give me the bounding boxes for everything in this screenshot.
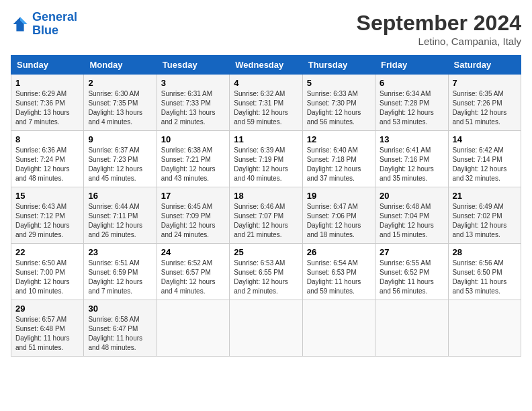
day-info: Sunrise: 6:44 AM Sunset: 7:11 PM Dayligh… — [88, 202, 152, 240]
day-info: Sunrise: 6:47 AM Sunset: 7:06 PM Dayligh… — [307, 202, 371, 240]
calendar-cell: 4Sunrise: 6:32 AM Sunset: 7:31 PM Daylig… — [230, 75, 302, 131]
day-info: Sunrise: 6:36 AM Sunset: 7:24 PM Dayligh… — [15, 146, 79, 183]
day-number: 10 — [161, 134, 225, 144]
day-info: Sunrise: 6:38 AM Sunset: 7:21 PM Dayligh… — [161, 146, 225, 183]
calendar-cell: 13Sunrise: 6:41 AM Sunset: 7:16 PM Dayli… — [375, 131, 448, 187]
day-number: 9 — [88, 134, 152, 144]
day-number: 17 — [161, 191, 225, 201]
calendar-week-row: 1Sunrise: 6:29 AM Sunset: 7:36 PM Daylig… — [11, 75, 521, 131]
calendar-cell: 24Sunrise: 6:52 AM Sunset: 6:57 PM Dayli… — [157, 244, 229, 300]
day-number: 29 — [15, 304, 79, 314]
day-number: 4 — [234, 78, 298, 88]
day-number: 15 — [15, 191, 79, 201]
day-info: Sunrise: 6:54 AM Sunset: 6:53 PM Dayligh… — [307, 259, 371, 296]
calendar-table: SundayMondayTuesdayWednesdayThursdayFrid… — [11, 55, 521, 357]
day-number: 2 — [88, 78, 152, 88]
weekday-header: Friday — [375, 56, 448, 75]
day-info: Sunrise: 6:40 AM Sunset: 7:18 PM Dayligh… — [307, 146, 371, 183]
logo: General Blue — [11, 11, 77, 38]
day-number: 19 — [307, 191, 371, 201]
calendar-cell: 28Sunrise: 6:56 AM Sunset: 6:50 PM Dayli… — [448, 244, 521, 300]
day-info: Sunrise: 6:45 AM Sunset: 7:09 PM Dayligh… — [161, 202, 225, 240]
day-number: 23 — [88, 247, 152, 257]
weekday-header: Saturday — [448, 56, 521, 75]
calendar-cell: 16Sunrise: 6:44 AM Sunset: 7:11 PM Dayli… — [84, 187, 157, 244]
day-info: Sunrise: 6:37 AM Sunset: 7:23 PM Dayligh… — [88, 146, 152, 183]
day-number: 22 — [15, 247, 79, 257]
logo-icon — [11, 15, 30, 34]
day-info: Sunrise: 6:32 AM Sunset: 7:31 PM Dayligh… — [234, 89, 298, 127]
calendar-week-row: 29Sunrise: 6:57 AM Sunset: 6:48 PM Dayli… — [11, 300, 521, 357]
calendar-cell: 14Sunrise: 6:42 AM Sunset: 7:14 PM Dayli… — [448, 131, 521, 187]
calendar-cell — [230, 300, 302, 357]
day-number: 27 — [380, 247, 443, 257]
calendar-cell: 3Sunrise: 6:31 AM Sunset: 7:33 PM Daylig… — [157, 75, 229, 131]
day-info: Sunrise: 6:31 AM Sunset: 7:33 PM Dayligh… — [161, 89, 225, 127]
weekday-header: Tuesday — [157, 56, 229, 75]
day-number: 24 — [161, 247, 225, 257]
day-info: Sunrise: 6:51 AM Sunset: 6:59 PM Dayligh… — [88, 259, 152, 296]
calendar-cell: 26Sunrise: 6:54 AM Sunset: 6:53 PM Dayli… — [302, 244, 375, 300]
day-number: 30 — [88, 304, 152, 314]
calendar-week-row: 8Sunrise: 6:36 AM Sunset: 7:24 PM Daylig… — [11, 131, 521, 187]
day-info: Sunrise: 6:50 AM Sunset: 7:00 PM Dayligh… — [15, 259, 79, 296]
day-info: Sunrise: 6:46 AM Sunset: 7:07 PM Dayligh… — [234, 202, 298, 240]
day-number: 25 — [234, 247, 298, 257]
day-info: Sunrise: 6:41 AM Sunset: 7:16 PM Dayligh… — [380, 146, 443, 183]
day-number: 13 — [380, 134, 443, 144]
calendar-cell: 5Sunrise: 6:33 AM Sunset: 7:30 PM Daylig… — [302, 75, 375, 131]
calendar-cell: 15Sunrise: 6:43 AM Sunset: 7:12 PM Dayli… — [11, 187, 84, 244]
day-number: 1 — [15, 78, 79, 88]
calendar-cell: 11Sunrise: 6:39 AM Sunset: 7:19 PM Dayli… — [230, 131, 302, 187]
day-number: 20 — [380, 191, 443, 201]
day-number: 8 — [15, 134, 79, 144]
day-info: Sunrise: 6:55 AM Sunset: 6:52 PM Dayligh… — [380, 259, 443, 296]
day-number: 21 — [453, 191, 517, 201]
calendar-cell: 12Sunrise: 6:40 AM Sunset: 7:18 PM Dayli… — [302, 131, 375, 187]
calendar-cell — [302, 300, 375, 357]
day-number: 6 — [380, 78, 443, 88]
calendar-cell: 18Sunrise: 6:46 AM Sunset: 7:07 PM Dayli… — [230, 187, 302, 244]
calendar-cell — [375, 300, 448, 357]
calendar-cell: 9Sunrise: 6:37 AM Sunset: 7:23 PM Daylig… — [84, 131, 157, 187]
day-info: Sunrise: 6:39 AM Sunset: 7:19 PM Dayligh… — [234, 146, 298, 183]
day-number: 3 — [161, 78, 225, 88]
day-info: Sunrise: 6:56 AM Sunset: 6:50 PM Dayligh… — [453, 259, 517, 296]
calendar-cell: 17Sunrise: 6:45 AM Sunset: 7:09 PM Dayli… — [157, 187, 229, 244]
day-info: Sunrise: 6:30 AM Sunset: 7:35 PM Dayligh… — [88, 89, 152, 127]
title-block: September 2024 Letino, Campania, Italy — [357, 11, 521, 47]
calendar-cell: 23Sunrise: 6:51 AM Sunset: 6:59 PM Dayli… — [84, 244, 157, 300]
calendar-cell — [157, 300, 229, 357]
weekday-header: Sunday — [11, 56, 84, 75]
month-title: September 2024 — [357, 11, 521, 36]
calendar-cell: 27Sunrise: 6:55 AM Sunset: 6:52 PM Dayli… — [375, 244, 448, 300]
calendar-cell: 19Sunrise: 6:47 AM Sunset: 7:06 PM Dayli… — [302, 187, 375, 244]
page-header: General Blue September 2024 Letino, Camp… — [11, 11, 521, 47]
weekday-header: Wednesday — [230, 56, 302, 75]
weekday-header: Thursday — [302, 56, 375, 75]
day-info: Sunrise: 6:49 AM Sunset: 7:02 PM Dayligh… — [453, 202, 517, 240]
day-info: Sunrise: 6:58 AM Sunset: 6:47 PM Dayligh… — [88, 315, 152, 353]
day-number: 18 — [234, 191, 298, 201]
calendar-cell: 1Sunrise: 6:29 AM Sunset: 7:36 PM Daylig… — [11, 75, 84, 131]
logo-line1: General — [32, 10, 77, 24]
day-info: Sunrise: 6:33 AM Sunset: 7:30 PM Dayligh… — [307, 89, 371, 127]
day-number: 12 — [307, 134, 371, 144]
calendar-week-row: 15Sunrise: 6:43 AM Sunset: 7:12 PM Dayli… — [11, 187, 521, 244]
day-info: Sunrise: 6:42 AM Sunset: 7:14 PM Dayligh… — [453, 146, 517, 183]
calendar-cell: 30Sunrise: 6:58 AM Sunset: 6:47 PM Dayli… — [84, 300, 157, 357]
day-number: 14 — [453, 134, 517, 144]
day-info: Sunrise: 6:29 AM Sunset: 7:36 PM Dayligh… — [15, 89, 79, 127]
calendar-cell: 22Sunrise: 6:50 AM Sunset: 7:00 PM Dayli… — [11, 244, 84, 300]
day-info: Sunrise: 6:53 AM Sunset: 6:55 PM Dayligh… — [234, 259, 298, 296]
calendar-cell — [448, 300, 521, 357]
weekday-header: Monday — [84, 56, 157, 75]
calendar-cell: 2Sunrise: 6:30 AM Sunset: 7:35 PM Daylig… — [84, 75, 157, 131]
logo-text: General Blue — [32, 11, 77, 38]
day-info: Sunrise: 6:48 AM Sunset: 7:04 PM Dayligh… — [380, 202, 443, 240]
day-number: 11 — [234, 134, 298, 144]
day-info: Sunrise: 6:52 AM Sunset: 6:57 PM Dayligh… — [161, 259, 225, 296]
calendar-cell: 29Sunrise: 6:57 AM Sunset: 6:48 PM Dayli… — [11, 300, 84, 357]
calendar-cell: 10Sunrise: 6:38 AM Sunset: 7:21 PM Dayli… — [157, 131, 229, 187]
calendar-cell: 21Sunrise: 6:49 AM Sunset: 7:02 PM Dayli… — [448, 187, 521, 244]
